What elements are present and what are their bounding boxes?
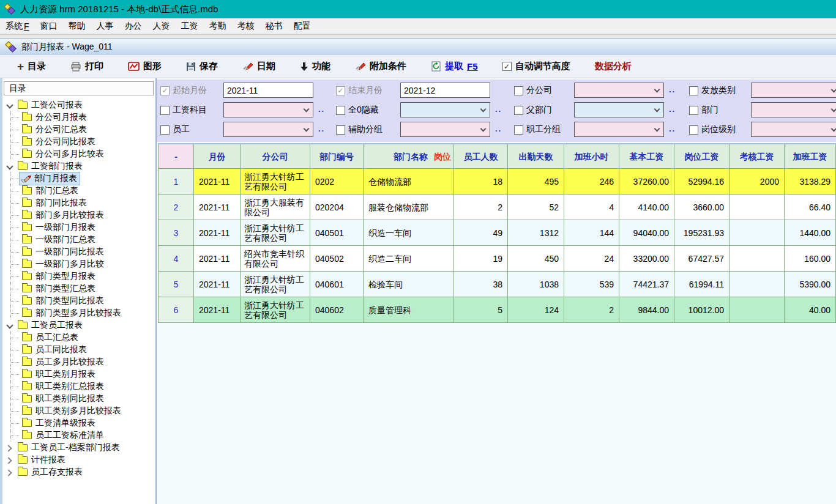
extract-button[interactable]: 提取F5: [431, 61, 478, 72]
save-button[interactable]: 保存: [186, 61, 218, 72]
tree-item-一级部门同比报表[interactable]: 一级部门同比报表: [2, 246, 155, 258]
tree-item-职工类别同比报表[interactable]: 职工类别同比报表: [2, 393, 155, 405]
graph-button[interactable]: 图形: [128, 61, 162, 72]
tree-item-部门汇总表[interactable]: 部门汇总表: [2, 185, 155, 197]
checkbox-工资科目[interactable]: [160, 106, 170, 115]
tree-item-工资公司报表[interactable]: 工资公司报表: [2, 99, 155, 111]
checkbox-icon[interactable]: [502, 62, 512, 71]
table-row[interactable]: 22021-11浙江勇大服装有限公司020204服装仓储物流部25244140.…: [158, 195, 836, 220]
tree-item-部门多月比较报表[interactable]: 部门多月比较报表: [2, 209, 155, 221]
checkbox-职工分组[interactable]: [514, 125, 523, 135]
tree-item-分公司汇总表[interactable]: 分公司汇总表: [2, 124, 155, 136]
dropdown-职工分组[interactable]: [574, 122, 664, 137]
tree-item-员工汇总表[interactable]: 员工汇总表: [2, 332, 155, 344]
tree-item-职工类别多月比较报表[interactable]: 职工类别多月比较报表: [2, 405, 155, 417]
table-row[interactable]: 32021-11浙江勇大针纺工艺有限公司040501织造一车间491312144…: [158, 220, 836, 246]
menu-item-人事[interactable]: 人事: [91, 18, 119, 34]
menu-item-考勤[interactable]: 考勤: [204, 18, 232, 34]
tree-item-工资部门报表[interactable]: 工资部门报表: [2, 160, 155, 172]
table-row[interactable]: 42021-11绍兴市竞丰针织有限公司040502织造二车间1945024332…: [158, 246, 836, 272]
tree-item-计件报表[interactable]: 计件报表: [2, 454, 155, 466]
auto-height-button[interactable]: 自动调节高度: [502, 61, 570, 72]
browse-dots-button[interactable]: ..: [318, 124, 325, 133]
folder-icon: [18, 163, 28, 170]
tree-item-部门月报表[interactable]: 部门月报表: [2, 172, 155, 185]
checkbox-父部门[interactable]: [514, 106, 523, 115]
menu-item-工资[interactable]: 工资: [176, 18, 204, 34]
tree-item-职工类别汇总报表[interactable]: 职工类别汇总报表: [2, 380, 155, 393]
filter-label-辅助分组: 辅助分组: [336, 121, 383, 138]
checkbox-发放类别[interactable]: [689, 86, 698, 95]
input-起始月份[interactable]: 2021-11: [223, 83, 313, 98]
column-header-label: 月份: [209, 152, 226, 161]
tree-item-工资清单级报表[interactable]: 工资清单级报表: [2, 417, 155, 429]
menu-item-考核[interactable]: 考核: [232, 18, 260, 34]
dropdown-员工[interactable]: [223, 122, 313, 137]
checkbox-岗位级别[interactable]: [689, 125, 698, 135]
menu-item-配置[interactable]: 配置: [288, 18, 316, 34]
checkbox-分公司[interactable]: [514, 86, 523, 95]
date-button[interactable]: 日期: [242, 61, 275, 72]
browse-dots-button[interactable]: ..: [669, 105, 676, 114]
checkbox-结束月份[interactable]: [336, 86, 345, 95]
dropdown-工资科目[interactable]: [223, 102, 313, 117]
menu-item-办公[interactable]: 办公: [119, 18, 147, 34]
table-row[interactable]: 12021-11浙江勇大针纺工艺有限公司0202仓储物流部18495246372…: [158, 169, 836, 195]
function-button[interactable]: 功能: [300, 61, 330, 72]
extra-condition-button[interactable]: 附加条件: [355, 61, 406, 72]
tree-item-分公司月报表[interactable]: 分公司月报表: [2, 111, 155, 124]
table-row[interactable]: 62021-11浙江勇大针纺工艺有限公司040602质量管理科512429844…: [158, 297, 836, 323]
chevron-down-icon[interactable]: [6, 322, 13, 329]
catalog-button[interactable]: +目录: [17, 61, 46, 72]
chevron-right-icon[interactable]: [6, 456, 13, 464]
checkbox-起始月份[interactable]: [160, 86, 170, 95]
menu-item-系统[interactable]: 系统F: [0, 18, 35, 34]
data-analysis-button[interactable]: 数据分析: [595, 61, 632, 72]
browse-dots-button[interactable]: ..: [495, 124, 502, 133]
tree-item-部门类型多月比较报表[interactable]: 部门类型多月比较报表: [2, 307, 155, 319]
tree-item-一级部门月报表[interactable]: 一级部门月报表: [2, 221, 155, 234]
chevron-down-icon[interactable]: [6, 163, 13, 170]
browse-dots-button[interactable]: ..: [318, 105, 325, 114]
menu-item-人资[interactable]: 人资: [147, 18, 176, 34]
cell: 040501: [310, 220, 364, 246]
table-row[interactable]: 52021-11浙江勇大针纺工艺有限公司040601检验车间3810385397…: [158, 272, 836, 297]
checkbox-部门[interactable]: [689, 106, 698, 115]
checkbox-员工[interactable]: [160, 125, 170, 135]
browse-dots-button[interactable]: ..: [669, 124, 676, 133]
dropdown-岗位级别[interactable]: [751, 122, 836, 137]
tree-item-职工类别月报表[interactable]: 职工类别月报表: [2, 368, 155, 380]
dropdown-发放类别[interactable]: [751, 83, 836, 98]
tree-item-分公司多月比较表[interactable]: 分公司多月比较表: [2, 148, 155, 160]
dropdown-辅助分组[interactable]: [400, 122, 490, 137]
menu-item-秘书[interactable]: 秘书: [260, 18, 288, 34]
tree-item-部门类型汇总表[interactable]: 部门类型汇总表: [2, 283, 155, 295]
dropdown-分公司[interactable]: [574, 83, 664, 98]
tree-item-一级部门汇总表[interactable]: 一级部门汇总表: [2, 234, 155, 246]
tree-item-员工同比报表[interactable]: 员工同比报表: [2, 344, 155, 356]
checkbox-辅助分组[interactable]: [336, 125, 345, 135]
chevron-right-icon[interactable]: [6, 469, 13, 476]
dropdown-部门[interactable]: [751, 102, 836, 117]
checkbox-全0隐藏[interactable]: [336, 106, 345, 115]
tree-item-部门同比报表[interactable]: 部门同比报表: [2, 197, 155, 209]
dropdown-父部门[interactable]: [574, 102, 664, 117]
tree-item-工资员工-档案部门报表[interactable]: 工资员工-档案部门报表: [2, 442, 155, 454]
chevron-down-icon[interactable]: [6, 102, 13, 109]
tree-item-员工存支报表[interactable]: 员工存支报表: [2, 466, 155, 478]
print-button[interactable]: 打印: [70, 61, 103, 72]
tree-item-员工多月比较报表[interactable]: 员工多月比较报表: [2, 356, 155, 368]
menu-item-帮助[interactable]: 帮助: [63, 18, 91, 34]
tree-item-部门类型月报表[interactable]: 部门类型月报表: [2, 270, 155, 283]
input-结束月份[interactable]: 2021-12: [400, 83, 490, 98]
chevron-right-icon[interactable]: [6, 444, 13, 451]
tree-item-分公司同比报表[interactable]: 分公司同比报表: [2, 136, 155, 148]
tree-item-员工工资标准清单[interactable]: 员工工资标准清单: [2, 429, 155, 442]
browse-dots-button[interactable]: ..: [495, 105, 502, 114]
menu-item-窗口[interactable]: 窗口: [35, 18, 63, 34]
tree-item-工资员工报表[interactable]: 工资员工报表: [2, 319, 155, 332]
browse-dots-button[interactable]: ..: [669, 85, 676, 94]
dropdown-全0隐藏[interactable]: [400, 102, 490, 117]
tree-item-一级部门多月比较[interactable]: 一级部门多月比较: [2, 258, 155, 270]
tree-item-部门类型同比报表[interactable]: 部门类型同比报表: [2, 295, 155, 307]
